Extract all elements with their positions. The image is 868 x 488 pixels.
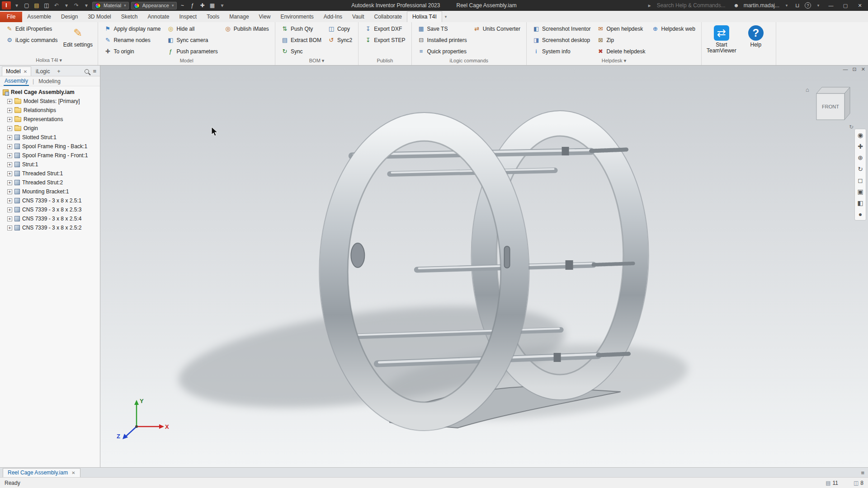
expand-icon[interactable]: + xyxy=(7,144,12,149)
document-tab[interactable]: Reel Cage Assembly.iam ✕ xyxy=(3,468,80,477)
maximize-button[interactable]: ▢ xyxy=(840,1,851,10)
button-installed-printers[interactable]: ⊟Installed printers xyxy=(415,35,469,45)
button-delete-helpdesk[interactable]: ✖Delete helpdesk xyxy=(594,47,647,56)
tree-item-cns-7339-3-x-8-x-2-5-4[interactable]: +CNS 7339 - 3 x 8 x 2.5:4 xyxy=(0,214,100,223)
cart-icon[interactable]: ⊔ xyxy=(794,2,801,9)
tree-item-model-states-primary[interactable]: +Model States: [Primary] xyxy=(0,97,100,106)
expand-icon[interactable]: + xyxy=(7,171,12,176)
tree-item-cns-7339-3-x-8-x-2-5-1[interactable]: +CNS 7339 - 3 x 8 x 2.5:1 xyxy=(0,196,100,205)
ribbon-collapse-icon[interactable]: ▾ xyxy=(442,14,450,22)
close-icon[interactable]: ✕ xyxy=(71,470,75,475)
caret-down-icon[interactable]: ▾ xyxy=(783,2,790,9)
tree-item-cns-7339-3-x-8-x-2-5-2[interactable]: +CNS 7339 - 3 x 8 x 2.5:2 xyxy=(0,223,100,232)
tab-list-icon[interactable]: ≡ xyxy=(861,469,868,477)
minimize-button[interactable]: — xyxy=(826,1,836,10)
search-input[interactable] xyxy=(657,2,729,9)
ribbon-tab-tools[interactable]: Tools xyxy=(202,12,224,22)
inventor-logo[interactable]: I xyxy=(2,1,11,9)
close-button[interactable]: ✕ xyxy=(854,1,865,10)
viewcube-front-face[interactable]: FRONT xyxy=(822,104,839,109)
material-select[interactable]: Material ▾ xyxy=(92,2,129,9)
expand-icon[interactable]: + xyxy=(7,117,12,122)
appearance-select[interactable]: Appearance ▾ xyxy=(131,2,177,9)
tree-item-slotted-strut-1[interactable]: +Slotted Strut:1 xyxy=(0,133,100,142)
nav-wheel-icon[interactable]: ◉ xyxy=(856,131,864,139)
viewcube[interactable]: ⌂ FRONT ↻ xyxy=(803,84,856,131)
button-copy[interactable]: ◫Copy xyxy=(326,24,354,34)
doc-minimize-icon[interactable]: — xyxy=(843,66,848,72)
tree-item-spool-frame-ring-front-1[interactable]: +Spool Frame Ring - Front:1 xyxy=(0,151,100,160)
button-start-teamviewer[interactable]: ⇄Start TeamViewer xyxy=(705,24,738,55)
expand-icon[interactable]: + xyxy=(7,180,12,185)
fx-icon[interactable]: ƒ xyxy=(189,2,196,9)
button-units-converter[interactable]: ⇄Units Converter xyxy=(471,24,523,34)
tree-item-mounting-bracket-1[interactable]: +Mounting Bracket:1 xyxy=(0,187,100,196)
button-edit-iproperties[interactable]: ✎Edit iProperties xyxy=(4,24,60,34)
ribbon-tab-manage[interactable]: Manage xyxy=(224,12,254,22)
ribbon-tab-view[interactable]: View xyxy=(254,12,276,22)
button-export-dxf[interactable]: ↧Export DXF xyxy=(362,24,407,34)
button-apply-display-name[interactable]: ⚑Apply display name xyxy=(102,24,163,34)
button-screenshot-desktop[interactable]: ◨Screenshot desktop xyxy=(530,35,593,45)
user-avatar-icon[interactable]: ☻ xyxy=(733,2,740,9)
zoom-icon[interactable]: ⊕ xyxy=(856,154,864,162)
button-save-ts[interactable]: ▦Save TS xyxy=(415,24,469,34)
ribbon-group-label[interactable]: BOM ▾ xyxy=(275,56,358,66)
doc-restore-icon[interactable]: ⊡ xyxy=(853,66,857,72)
add-icon[interactable]: ✚ xyxy=(199,2,206,9)
button-sync-camera[interactable]: ◧Sync camera xyxy=(165,35,220,45)
caret-down-icon[interactable]: ▾ xyxy=(219,2,226,9)
button-quick-properties[interactable]: ≡Quick properties xyxy=(415,47,469,56)
look-at-icon[interactable]: ◻ xyxy=(856,176,864,184)
sweep-icon[interactable]: ~ xyxy=(179,2,186,9)
doc-close-icon[interactable]: ✕ xyxy=(861,66,865,72)
caret-down-icon[interactable]: ▾ xyxy=(13,2,20,9)
subtab-assembly[interactable]: Assembly xyxy=(4,77,29,86)
expand-icon[interactable]: + xyxy=(7,225,12,230)
button-export-step[interactable]: ↧Export STEP xyxy=(362,35,407,45)
ribbon-tab-design[interactable]: Design xyxy=(56,12,83,22)
expand-icon[interactable]: + xyxy=(7,207,12,212)
expand-arrow-icon[interactable]: ▸ xyxy=(646,2,653,9)
button-open-helpdesk[interactable]: ✉Open helpdesk xyxy=(594,24,647,34)
username[interactable]: martin.madaj... xyxy=(744,2,779,9)
button-helpdesk-web[interactable]: ⊕Helpdesk web xyxy=(650,24,698,34)
panel-menu-icon[interactable]: ≡ xyxy=(93,68,98,76)
expand-icon[interactable]: + xyxy=(7,189,12,194)
ribbon-tab-environments[interactable]: Environments xyxy=(275,12,318,22)
button-ilogic-commands[interactable]: ⚙iLogic commands xyxy=(4,35,60,45)
undo-icon[interactable]: ↶ xyxy=(53,2,60,9)
view-face-icon[interactable]: ▣ xyxy=(856,188,864,196)
tree-item-threaded-strut-1[interactable]: +Threaded Strut:1 xyxy=(0,169,100,178)
caret-down-icon[interactable]: ▾ xyxy=(83,2,90,9)
tree-item-strut-1[interactable]: +Strut:1 xyxy=(0,160,100,169)
expand-icon[interactable]: + xyxy=(7,162,12,167)
expand-icon[interactable]: + xyxy=(7,216,12,221)
tree-item-representations[interactable]: +Representations xyxy=(0,115,100,124)
ribbon-tab-collaborate[interactable]: Collaborate xyxy=(369,12,407,22)
shading-icon[interactable]: ● xyxy=(856,210,864,218)
button-push-qty[interactable]: ⇅Push Qty xyxy=(279,24,324,34)
3d-model-reel-cage-assembly[interactable] xyxy=(100,66,868,467)
ribbon-tab-add-ins[interactable]: Add-Ins xyxy=(319,12,347,22)
caret-down-icon[interactable]: ▾ xyxy=(63,2,70,9)
grid-icon[interactable]: ▦ xyxy=(209,2,216,9)
panel-tab-model[interactable]: Model ✕ xyxy=(2,66,31,76)
button-rename-nodes[interactable]: ✎Rename nodes xyxy=(102,35,163,45)
ribbon-tab-annotate[interactable]: Annotate xyxy=(142,12,174,22)
button-publish-imates[interactable]: ◎Publish iMates xyxy=(222,24,271,34)
search-icon[interactable] xyxy=(85,69,89,74)
subtab-modeling[interactable]: Modeling xyxy=(38,77,61,85)
ribbon-tab-vault[interactable]: Vault xyxy=(347,12,369,22)
ribbon-tab-holixa-t4i[interactable]: Holixa T4I xyxy=(407,11,442,22)
button-sync2[interactable]: ↺Sync2 xyxy=(326,35,354,45)
tree-item-origin[interactable]: +Origin xyxy=(0,124,100,133)
ribbon-tab-file[interactable]: File xyxy=(0,12,22,22)
button-hide-all[interactable]: ◎Hide all xyxy=(165,24,220,34)
expand-icon[interactable]: + xyxy=(7,153,12,158)
ribbon-group-label[interactable]: Holixa T4I ▾ xyxy=(0,56,98,65)
tree-item-cns-7339-3-x-8-x-2-5-3[interactable]: +CNS 7339 - 3 x 8 x 2.5:3 xyxy=(0,205,100,214)
new-file-icon[interactable]: ▢ xyxy=(23,2,30,9)
home-icon[interactable]: ⌂ xyxy=(806,86,809,93)
pan-icon[interactable]: ✚ xyxy=(856,142,864,150)
